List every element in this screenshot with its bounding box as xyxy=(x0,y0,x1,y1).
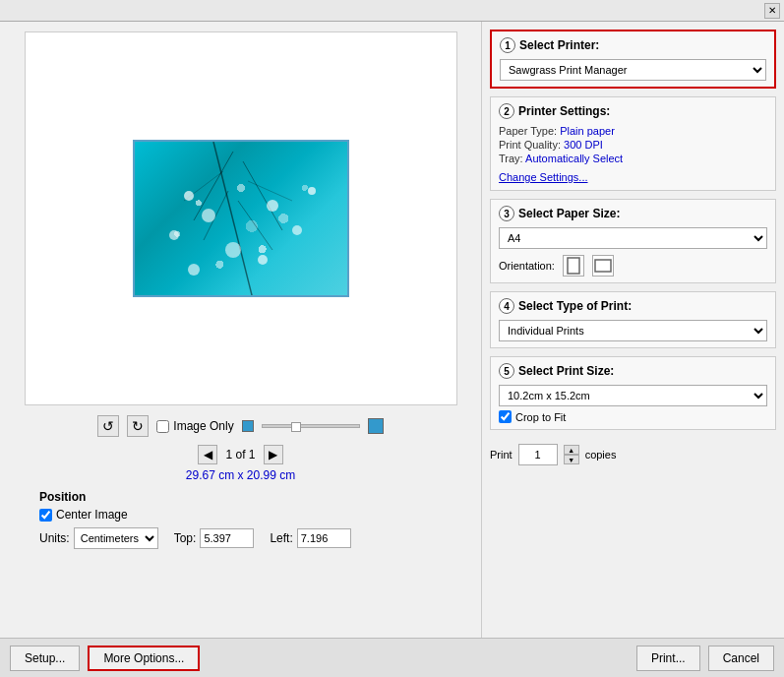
left-input[interactable] xyxy=(297,528,351,548)
copies-spinner[interactable]: ▲ ▼ xyxy=(564,445,579,464)
print-type-text: Select Type of Print: xyxy=(518,299,632,313)
top-input[interactable] xyxy=(200,528,254,548)
crop-to-fit-label: Crop to Fit xyxy=(515,411,566,423)
print-type-section: 4 Select Type of Print: Individual Print… xyxy=(490,291,776,348)
print-size-section: 5 Select Print Size: 10.2cm x 15.2cm 13c… xyxy=(490,356,776,430)
print-quality-row: Print Quality: 300 DPI xyxy=(499,139,767,151)
rotate-ccw-button[interactable]: ↺ xyxy=(97,415,119,437)
print-size-select[interactable]: 10.2cm x 15.2cm 13cm x 18cm 15cm x 20cm xyxy=(499,385,767,406)
section-num-4: 4 xyxy=(499,298,514,314)
paper-size-select[interactable]: A4 A3 Letter xyxy=(499,227,767,249)
bottom-right-buttons: Print... Cancel xyxy=(636,646,774,671)
more-options-button[interactable]: More Options... xyxy=(88,646,200,671)
print-quality-value: 300 DPI xyxy=(564,139,603,151)
color-small-square xyxy=(242,420,254,432)
printer-settings-section: 2 Printer Settings: Paper Type: Plain pa… xyxy=(490,96,776,191)
print-type-label: 4 Select Type of Print: xyxy=(499,298,767,314)
landscape-button[interactable] xyxy=(592,255,614,277)
print-type-select[interactable]: Individual Prints Contact Sheet Picture … xyxy=(499,320,767,341)
print-size-text: Select Print Size: xyxy=(518,364,614,378)
svg-point-10 xyxy=(292,225,302,235)
svg-rect-16 xyxy=(568,258,579,274)
svg-line-4 xyxy=(248,181,292,201)
copies-down-button[interactable]: ▼ xyxy=(564,455,579,464)
svg-point-8 xyxy=(202,209,215,222)
page-info: 1 of 1 xyxy=(225,448,255,462)
position-title: Position xyxy=(39,490,442,504)
slider-track[interactable] xyxy=(262,424,360,428)
image-only-label: Image Only xyxy=(173,419,233,433)
center-image-label[interactable]: Center Image xyxy=(39,508,128,522)
svg-rect-17 xyxy=(595,260,611,272)
tray-row: Tray: Automatically Select xyxy=(499,153,767,164)
color-square xyxy=(368,418,384,434)
left-label: Left: xyxy=(270,531,292,545)
copies-input[interactable] xyxy=(518,444,558,465)
crop-to-fit-checkbox[interactable] xyxy=(499,410,512,423)
svg-line-2 xyxy=(243,161,282,230)
title-bar: ✕ xyxy=(0,0,784,22)
portrait-button[interactable] xyxy=(563,255,584,277)
printer-section-label: 1 Select Printer: xyxy=(500,37,766,53)
paper-size-section: 3 Select Paper Size: A4 A3 Letter Orient… xyxy=(490,199,776,283)
svg-point-7 xyxy=(184,191,194,201)
zoom-slider[interactable] xyxy=(262,424,360,428)
svg-point-11 xyxy=(225,242,241,258)
units-select[interactable]: Centimeters Inches Pixels xyxy=(74,527,158,549)
svg-point-15 xyxy=(169,230,179,240)
print-size-dropdown-row: 10.2cm x 15.2cm 13cm x 18cm 15cm x 20cm xyxy=(499,385,767,406)
prev-page-button[interactable]: ◀ xyxy=(198,445,217,464)
print-type-dropdown-row: Individual Prints Contact Sheet Picture … xyxy=(499,320,767,341)
print-size-label: 5 Select Print Size: xyxy=(499,363,767,379)
tray-label: Tray: xyxy=(499,153,523,164)
section-num-5: 5 xyxy=(499,363,514,379)
print-copies-row: Print ▲ ▼ copies xyxy=(490,444,776,465)
top-field-group: Top: xyxy=(174,528,255,548)
bottom-bar: Setup... More Options... Print... Cancel xyxy=(0,638,784,677)
controls-row: ↺ ↻ Image Only xyxy=(10,415,471,437)
printer-settings-label: 2 Printer Settings: xyxy=(499,103,767,119)
navigation-row: ◀ 1 of 1 ▶ xyxy=(198,445,282,464)
photo-svg xyxy=(135,142,349,297)
close-button[interactable]: ✕ xyxy=(764,3,780,19)
paper-size-dropdown-row: A4 A3 Letter xyxy=(499,227,767,249)
printer-label-text: Select Printer: xyxy=(519,38,599,52)
paper-size-text: Select Paper Size: xyxy=(518,207,620,220)
printer-select[interactable]: Sawgrass Print Manager xyxy=(500,59,766,81)
photo-preview xyxy=(133,140,349,297)
right-panel: 1 Select Printer: Sawgrass Print Manager… xyxy=(482,22,784,638)
section-num-2: 2 xyxy=(499,103,514,119)
change-settings-row: Change Settings... xyxy=(499,170,767,184)
print-button[interactable]: Print... xyxy=(636,646,700,671)
paper-type-row: Paper Type: Plain paper xyxy=(499,125,767,137)
preview-area xyxy=(25,31,457,405)
crop-to-fit-row: Crop to Fit xyxy=(499,410,767,423)
svg-line-0 xyxy=(213,142,253,297)
print-quality-label: Print Quality: xyxy=(499,139,561,151)
svg-point-13 xyxy=(188,264,200,276)
change-settings-button[interactable]: Change Settings... xyxy=(499,171,588,183)
paper-type-label: Paper Type: xyxy=(499,125,557,137)
rotate-cw-button[interactable]: ↻ xyxy=(127,415,149,437)
landscape-icon xyxy=(594,259,612,273)
setup-button[interactable]: Setup... xyxy=(10,646,80,671)
svg-point-9 xyxy=(267,200,278,212)
position-section: Position Center Image Units: Centimeters… xyxy=(10,490,471,549)
orientation-row: Orientation: xyxy=(499,255,767,277)
tray-value: Automatically Select xyxy=(525,153,623,164)
center-image-checkbox[interactable] xyxy=(39,509,52,522)
main-content: ↺ ↻ Image Only ◀ 1 of 1 ▶ xyxy=(0,22,784,638)
copies-up-button[interactable]: ▲ xyxy=(564,445,579,455)
image-only-checkbox-label[interactable]: Image Only xyxy=(156,419,233,433)
print-label: Print xyxy=(490,449,513,461)
svg-line-1 xyxy=(194,152,233,220)
cancel-button[interactable]: Cancel xyxy=(708,646,774,671)
image-only-checkbox[interactable] xyxy=(156,420,169,433)
printer-dropdown-row: Sawgrass Print Manager xyxy=(500,59,766,81)
orientation-label: Orientation: xyxy=(499,260,555,272)
copies-label: copies xyxy=(585,449,617,461)
next-page-button[interactable]: ▶ xyxy=(264,445,283,464)
section-num-1: 1 xyxy=(500,37,515,53)
units-label: Units: xyxy=(39,531,70,545)
paper-type-value: Plain paper xyxy=(560,125,615,137)
